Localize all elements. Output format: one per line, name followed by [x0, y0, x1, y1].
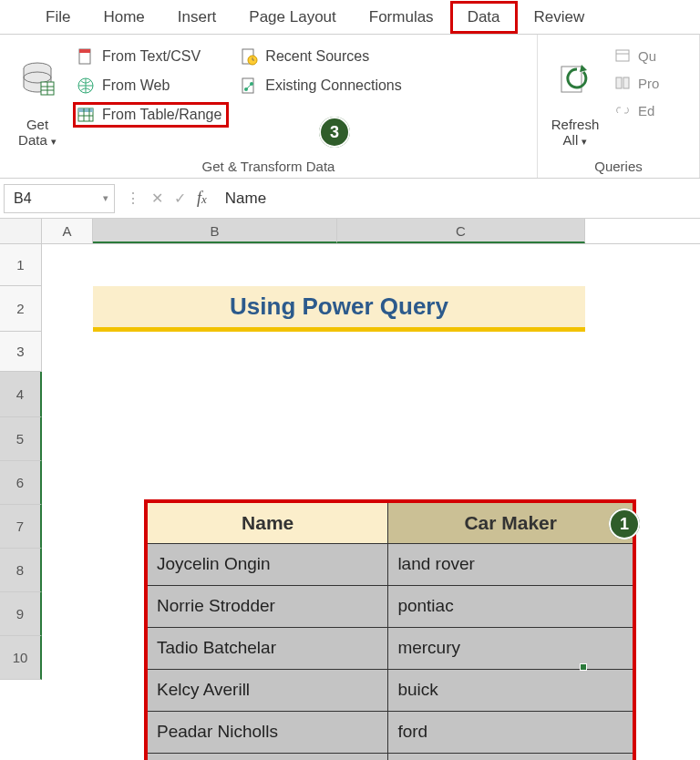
header-car-maker[interactable]: Car Maker [388, 501, 634, 543]
cell-car-maker[interactable]: pontiac [388, 585, 634, 627]
data-table[interactable]: Name Car Maker Joycelin Onginland roverN… [144, 499, 636, 760]
svg-rect-23 [616, 77, 622, 88]
col-header-b[interactable]: B [93, 219, 337, 243]
tab-insert[interactable]: Insert [161, 1, 233, 34]
cell-name[interactable]: Peadar Nicholls [146, 711, 388, 753]
group-label-get-transform: Get & Transform Data [9, 157, 528, 176]
recent-icon [240, 47, 258, 66]
edit-links-icon [614, 102, 631, 118]
tab-review[interactable]: Review [518, 1, 602, 34]
tab-file[interactable]: File [29, 1, 87, 34]
table-icon [77, 106, 95, 124]
ribbon-tabs: File Home Insert Page Layout Formulas Da… [0, 0, 700, 35]
refresh-all-button[interactable]: Refresh All ▾ [547, 40, 603, 149]
row-header-2[interactable]: 2 [0, 286, 42, 332]
svg-rect-21 [616, 50, 629, 61]
recent-sources-button[interactable]: Recent Sources [236, 44, 408, 69]
svg-rect-7 [79, 49, 90, 53]
file-csv-icon [77, 47, 95, 66]
cell-name[interactable]: Kelcy Averill [146, 669, 388, 711]
select-all-corner[interactable] [0, 219, 42, 243]
formula-controls: ⋮ ✕ ✓ fx [120, 189, 212, 208]
database-icon [20, 44, 55, 117]
get-data-button[interactable]: Get Data ▾ [9, 40, 66, 149]
cell-car-maker[interactable]: mercury [388, 627, 634, 669]
group-label-queries: Queries [547, 157, 690, 176]
get-data-label: Get Data ▾ [18, 117, 57, 149]
existing-connections-button[interactable]: Existing Connections [236, 73, 408, 98]
row-header-6[interactable]: 6 [0, 461, 42, 505]
row-header-7[interactable]: 7 [0, 505, 42, 549]
divider-icon: ⋮ [126, 190, 140, 207]
queries-connections-button[interactable]: Qu [611, 44, 666, 67]
ribbon-body: Get Data ▾ From Text/CSV From Web [0, 35, 700, 179]
properties-icon [614, 75, 631, 91]
connections-icon [240, 77, 258, 95]
group-get-transform: Get Data ▾ From Text/CSV From Web [0, 35, 538, 178]
get-data-sources-col2: Recent Sources Existing Connections [236, 40, 408, 98]
formula-bar-row: B4 ▾ ⋮ ✕ ✓ fx [0, 179, 700, 219]
cell-car-maker[interactable]: ford [388, 711, 634, 753]
cell-car-maker[interactable]: volkswagen [388, 753, 634, 760]
cancel-icon[interactable]: ✕ [151, 190, 163, 207]
svg-rect-16 [242, 78, 253, 93]
row-header-10[interactable]: 10 [0, 636, 42, 680]
table-row[interactable]: Kelcy Averillbuick [146, 669, 634, 711]
worksheet: A B C 12345678910 Using Power Query Name… [0, 219, 700, 760]
row-headers: 12345678910 [0, 244, 42, 760]
tab-formulas[interactable]: Formulas [353, 1, 450, 34]
tab-home[interactable]: Home [87, 1, 160, 34]
fx-icon[interactable]: fx [197, 189, 207, 208]
header-name[interactable]: Name [146, 501, 388, 543]
table-row[interactable]: Peadar Nichollsford [146, 711, 634, 753]
cell-name[interactable]: Niki Goodale [146, 753, 388, 760]
queries-cmds: Qu Pro Ed [611, 40, 666, 122]
from-web-button[interactable]: From Web [73, 73, 229, 98]
from-text-csv-button[interactable]: From Text/CSV [73, 44, 229, 69]
callout-badge-3: 3 [319, 117, 350, 148]
properties-button[interactable]: Pro [611, 71, 666, 95]
svg-rect-10 [78, 108, 93, 112]
chevron-down-icon: ▾ [103, 192, 108, 204]
row-header-4[interactable]: 4 [0, 372, 42, 417]
globe-icon [77, 77, 95, 95]
table-header-row: Name Car Maker [146, 501, 634, 543]
row-header-3[interactable]: 3 [0, 332, 42, 372]
cell-name[interactable]: Tadio Batchelar [146, 627, 388, 669]
refresh-icon [558, 44, 592, 117]
row-header-9[interactable]: 9 [0, 592, 42, 636]
svg-rect-24 [623, 77, 629, 88]
from-table-range-button[interactable]: From Table/Range [73, 102, 229, 128]
row-header-1[interactable]: 1 [0, 244, 42, 286]
cell-name[interactable]: Norrie Strodder [146, 585, 388, 627]
formula-input[interactable] [218, 184, 696, 213]
col-header-c[interactable]: C [337, 219, 585, 243]
tab-data[interactable]: Data [450, 1, 518, 34]
table-row[interactable]: Joycelin Onginland rover [146, 543, 634, 585]
cell-area[interactable]: Using Power Query Name Car Maker Joyceli… [42, 244, 680, 760]
table-row[interactable]: Norrie Strodderpontiac [146, 585, 634, 627]
row-header-5[interactable]: 5 [0, 417, 42, 461]
row-header-8[interactable]: 8 [0, 549, 42, 592]
callout-badge-1: 1 [609, 508, 640, 539]
refresh-all-label: Refresh All ▾ [551, 117, 600, 149]
accept-icon[interactable]: ✓ [174, 190, 186, 207]
column-headers: A B C [0, 219, 700, 244]
group-queries: Refresh All ▾ Qu Pro Ed Queries [538, 35, 700, 178]
get-data-sources-col1: From Text/CSV From Web From Table/Range [73, 40, 229, 128]
edit-links-button[interactable]: Ed [611, 98, 666, 122]
cell-car-maker[interactable]: land rover [388, 543, 634, 585]
queries-icon [614, 47, 631, 64]
cell-name[interactable]: Joycelin Ongin [146, 543, 388, 585]
tab-page-layout[interactable]: Page Layout [232, 1, 352, 34]
selection-handle[interactable] [580, 663, 587, 671]
cell-car-maker[interactable]: buick [388, 669, 634, 711]
table-row[interactable]: Niki Goodalevolkswagen [146, 753, 634, 760]
title-banner: Using Power Query [93, 286, 585, 332]
name-box[interactable]: B4 ▾ [4, 184, 115, 213]
table-row[interactable]: Tadio Batchelarmercury [146, 627, 634, 669]
col-header-a[interactable]: A [42, 219, 93, 243]
